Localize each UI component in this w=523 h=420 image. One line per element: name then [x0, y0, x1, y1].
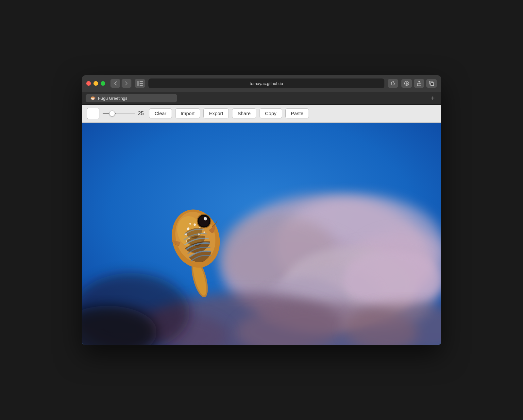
download-button[interactable]: [401, 79, 412, 88]
export-button[interactable]: Export: [203, 108, 228, 118]
close-button[interactable]: [86, 81, 91, 86]
color-picker[interactable]: [87, 108, 99, 119]
title-bar: [82, 75, 441, 92]
svg-rect-3: [140, 85, 143, 86]
copy-button[interactable]: Copy: [260, 108, 282, 118]
tab-title: Fugu Greetings: [98, 96, 127, 101]
slider-container: 25: [103, 111, 146, 116]
size-slider[interactable]: [103, 113, 135, 114]
canvas-area[interactable]: [82, 123, 441, 345]
minimize-button[interactable]: [93, 81, 98, 86]
app-toolbar: 25 Clear Import Export Share Copy Paste: [82, 105, 441, 123]
maximize-button[interactable]: [101, 81, 105, 86]
svg-point-18: [343, 250, 441, 309]
svg-rect-0: [137, 81, 139, 86]
share-button[interactable]: [414, 79, 424, 88]
tab-bar: 🐡 Fugu Greetings +: [82, 92, 441, 105]
import-button[interactable]: Import: [175, 108, 200, 118]
reload-button[interactable]: [388, 79, 398, 88]
forward-button[interactable]: [122, 79, 131, 88]
fish-scene-svg: [82, 123, 441, 345]
back-button[interactable]: [110, 79, 120, 88]
paste-button[interactable]: Paste: [285, 108, 309, 118]
new-tab-button[interactable]: +: [428, 94, 437, 103]
traffic-lights: [86, 81, 105, 86]
address-bar[interactable]: [148, 79, 384, 88]
toolbar-right: [401, 79, 437, 88]
browser-window: 🐡 Fugu Greetings + 25 Clear Import Expor…: [82, 75, 441, 345]
active-tab[interactable]: 🐡 Fugu Greetings: [86, 94, 177, 102]
share-app-button[interactable]: Share: [232, 108, 256, 118]
svg-rect-2: [140, 83, 143, 84]
svg-rect-7: [431, 83, 434, 86]
app-content: 25 Clear Import Export Share Copy Paste: [82, 105, 441, 345]
svg-rect-1: [140, 81, 143, 82]
clear-button[interactable]: Clear: [149, 108, 172, 118]
sidebar-toggle-button[interactable]: [135, 79, 145, 88]
size-value: 25: [138, 111, 146, 116]
tab-emoji: 🐡: [90, 96, 96, 101]
nav-buttons: [110, 79, 131, 88]
new-tab-icon-button[interactable]: [426, 79, 437, 88]
